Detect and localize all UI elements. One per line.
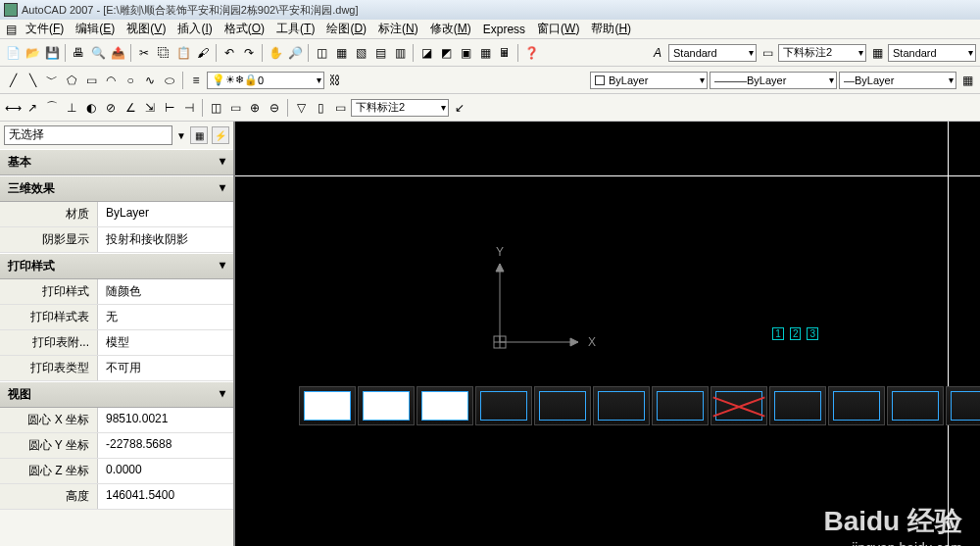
menu-item[interactable]: Express bbox=[477, 21, 531, 38]
dimstyle-icon[interactable]: ▭ bbox=[759, 44, 776, 62]
layerstate-icon[interactable]: ⛓ bbox=[326, 72, 344, 89]
tool-c-icon[interactable]: ▧ bbox=[352, 44, 369, 62]
line-icon[interactable]: ╱ bbox=[4, 72, 22, 89]
dim-e-icon[interactable]: ▽ bbox=[292, 99, 310, 117]
menu-item[interactable]: 格式(O) bbox=[219, 19, 270, 39]
property-row[interactable]: 打印表附...模型 bbox=[0, 330, 233, 356]
tool-g-icon[interactable]: ◩ bbox=[437, 44, 455, 62]
selection-combo[interactable]: 无选择 bbox=[4, 125, 172, 145]
menu-item[interactable]: 文件(F) bbox=[20, 19, 70, 39]
panel-header[interactable]: 三维效果▾ bbox=[0, 175, 233, 202]
dim-arc-icon[interactable]: ⌒ bbox=[43, 99, 61, 117]
menu-item[interactable]: 工具(T) bbox=[270, 19, 320, 39]
undo-icon[interactable]: ↶ bbox=[220, 44, 238, 62]
drawing-thumbnail[interactable] bbox=[299, 386, 356, 425]
dim-c-icon[interactable]: ⊕ bbox=[246, 99, 264, 117]
property-value[interactable]: 不可用 bbox=[98, 356, 233, 380]
color-combo[interactable]: ByLayer bbox=[590, 72, 708, 89]
property-value[interactable]: 146041.5400 bbox=[98, 484, 233, 509]
property-value[interactable]: -22788.5688 bbox=[98, 433, 233, 458]
tablestyle-combo[interactable]: Standard bbox=[888, 44, 976, 62]
drawing-thumbnail[interactable] bbox=[710, 386, 767, 425]
property-value[interactable]: 无 bbox=[98, 305, 233, 329]
property-value[interactable]: 0.0000 bbox=[98, 459, 233, 483]
dim-ord-icon[interactable]: ⊥ bbox=[63, 99, 80, 117]
dim-dia-icon[interactable]: ⊘ bbox=[102, 99, 120, 117]
menu-icon[interactable]: ▤ bbox=[2, 21, 20, 38]
menu-item[interactable]: 窗口(W) bbox=[531, 19, 585, 39]
drawing-thumbnail[interactable] bbox=[475, 386, 532, 425]
tablestyle-icon[interactable]: ▦ bbox=[868, 44, 886, 62]
dim-base-icon[interactable]: ⊢ bbox=[161, 99, 178, 117]
drawing-thumbnail[interactable] bbox=[358, 386, 415, 425]
dim-lin-icon[interactable]: ⟷ bbox=[4, 99, 22, 117]
tool-f-icon[interactable]: ◪ bbox=[417, 44, 435, 62]
drawing-thumbnail[interactable] bbox=[769, 386, 826, 425]
dim-align-icon[interactable]: ↗ bbox=[24, 99, 41, 117]
paste-icon[interactable]: 📋 bbox=[174, 44, 192, 62]
pline-icon[interactable]: ﹀ bbox=[43, 72, 61, 89]
new-icon[interactable]: 📄 bbox=[4, 44, 22, 62]
pan-icon[interactable]: ✋ bbox=[267, 44, 284, 62]
property-row[interactable]: 打印表类型不可用 bbox=[0, 356, 233, 381]
dim-quick-icon[interactable]: ⇲ bbox=[141, 99, 159, 117]
rect-icon[interactable]: ▭ bbox=[82, 72, 100, 89]
property-value[interactable]: ByLayer bbox=[98, 202, 233, 226]
tool-h-icon[interactable]: ▣ bbox=[457, 44, 474, 62]
dim-rad-icon[interactable]: ◐ bbox=[82, 99, 100, 117]
property-value[interactable]: 98510.0021 bbox=[98, 408, 233, 432]
dim-h-icon[interactable]: ↙ bbox=[451, 99, 468, 117]
help-icon[interactable]: ❓ bbox=[522, 44, 540, 62]
polygon-icon[interactable]: ⬠ bbox=[63, 72, 80, 89]
dim-b-icon[interactable]: ▭ bbox=[226, 99, 244, 117]
menu-item[interactable]: 插入(I) bbox=[172, 19, 218, 39]
drawing-canvas[interactable]: X Y 123 Baidu 经验 jingyan.baidu.com bbox=[235, 122, 980, 546]
select-objects-icon[interactable]: ▦ bbox=[190, 126, 208, 144]
menu-item[interactable]: 修改(M) bbox=[424, 19, 477, 39]
tool-e-icon[interactable]: ▥ bbox=[391, 44, 409, 62]
tool-a-icon[interactable]: ◫ bbox=[313, 44, 330, 62]
property-row[interactable]: 打印样式表无 bbox=[0, 305, 233, 330]
drawing-thumbnail[interactable] bbox=[416, 386, 473, 425]
drawing-thumbnail[interactable] bbox=[946, 386, 980, 425]
layer-combo[interactable]: 💡☀❄🔒0 bbox=[207, 72, 324, 89]
property-row[interactable]: 圆心 X 坐标98510.0021 bbox=[0, 408, 233, 433]
menu-item[interactable]: 标注(N) bbox=[372, 19, 424, 39]
layer-icon[interactable]: ≡ bbox=[187, 72, 205, 89]
property-row[interactable]: 圆心 Z 坐标0.0000 bbox=[0, 459, 233, 484]
property-value[interactable]: 模型 bbox=[98, 330, 233, 355]
arc-icon[interactable]: ◠ bbox=[102, 72, 120, 89]
open-icon[interactable]: 📂 bbox=[24, 44, 41, 62]
xline-icon[interactable]: ╲ bbox=[24, 72, 41, 89]
tool-i-icon[interactable]: ▦ bbox=[476, 44, 494, 62]
textstyle-combo[interactable]: Standard bbox=[668, 44, 757, 62]
dim-a-icon[interactable]: ◫ bbox=[207, 99, 224, 117]
calc-icon[interactable]: 🖩 bbox=[496, 44, 514, 62]
menu-item[interactable]: 编辑(E) bbox=[70, 19, 121, 39]
tool-b-icon[interactable]: ▦ bbox=[332, 44, 350, 62]
menu-item[interactable]: 绘图(D) bbox=[320, 19, 372, 39]
copy-icon[interactable]: ⿻ bbox=[155, 44, 172, 62]
print-icon[interactable]: 🖶 bbox=[70, 44, 87, 62]
property-row[interactable]: 材质ByLayer bbox=[0, 202, 233, 227]
redo-icon[interactable]: ↷ bbox=[240, 44, 258, 62]
property-row[interactable]: 圆心 Y 坐标-22788.5688 bbox=[0, 433, 233, 459]
drawing-thumbnail[interactable] bbox=[534, 386, 591, 425]
drawing-thumbnail[interactable] bbox=[828, 386, 885, 425]
property-row[interactable]: 打印样式随颜色 bbox=[0, 279, 233, 305]
menu-item[interactable]: 帮助(H) bbox=[585, 19, 637, 39]
drawing-thumbnail[interactable] bbox=[887, 386, 944, 425]
panel-header[interactable]: 基本▾ bbox=[0, 149, 233, 175]
match-icon[interactable]: 🖌 bbox=[194, 44, 212, 62]
save-icon[interactable]: 💾 bbox=[43, 44, 61, 62]
ellipse-icon[interactable]: ⬭ bbox=[161, 72, 178, 89]
drawing-thumbnail[interactable] bbox=[652, 386, 709, 425]
menu-item[interactable]: 视图(V) bbox=[121, 19, 172, 39]
dim-g-icon[interactable]: ▭ bbox=[331, 99, 349, 117]
dim-d-icon[interactable]: ⊖ bbox=[266, 99, 283, 117]
panel-header[interactable]: 视图▾ bbox=[0, 381, 233, 408]
dim-combo[interactable]: 下料标注2 bbox=[351, 99, 449, 117]
cut-icon[interactable]: ✂ bbox=[135, 44, 153, 62]
zoom-icon[interactable]: 🔎 bbox=[286, 44, 304, 62]
drawing-thumbnail[interactable] bbox=[593, 386, 650, 425]
